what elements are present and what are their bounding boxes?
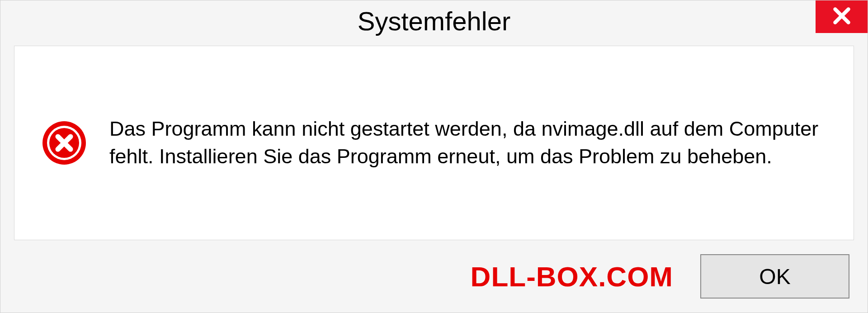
content-area: Das Programm kann nicht gestartet werden… xyxy=(14,46,854,240)
error-icon xyxy=(42,120,87,166)
close-icon xyxy=(832,6,852,28)
watermark-text: DLL-BOX.COM xyxy=(471,261,673,293)
close-button[interactable] xyxy=(816,0,868,33)
error-message: Das Programm kann nicht gestartet werden… xyxy=(109,115,826,171)
dialog-title: Systemfehler xyxy=(358,6,510,36)
ok-button[interactable]: OK xyxy=(700,254,849,299)
titlebar: Systemfehler xyxy=(0,0,868,41)
error-dialog: Systemfehler Das Programm kann nicht ges… xyxy=(0,0,868,313)
footer: DLL-BOX.COM OK xyxy=(0,240,868,313)
